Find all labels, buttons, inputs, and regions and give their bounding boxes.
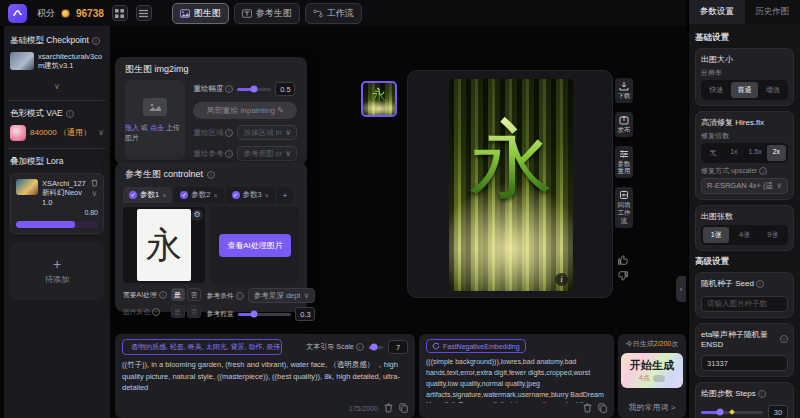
- tab-img2img[interactable]: 图生图: [172, 3, 229, 24]
- gear-icon[interactable]: ⚙: [191, 209, 203, 221]
- info-icon[interactable]: i: [759, 167, 767, 175]
- controlnet-tab-1[interactable]: ✓参数1×: [123, 187, 172, 203]
- count-option-9[interactable]: 9张: [760, 227, 786, 243]
- close-icon[interactable]: ×: [265, 192, 269, 199]
- invert-toggle[interactable]: 是否: [171, 305, 201, 318]
- info-icon[interactable]: i: [758, 390, 766, 398]
- resolution-option-normal[interactable]: 普通: [731, 82, 757, 98]
- info-icon[interactable]: i: [756, 280, 764, 288]
- menu-icon[interactable]: [136, 5, 152, 21]
- lora-weight-slider[interactable]: [16, 221, 98, 228]
- info-icon[interactable]: i: [356, 343, 364, 351]
- resolution-option-fast[interactable]: 快速: [703, 82, 729, 98]
- cfg-scale-slider[interactable]: [369, 346, 383, 349]
- ref-degree-slider[interactable]: [238, 313, 292, 316]
- generated-image[interactable]: 永 i: [449, 79, 573, 291]
- backfill-workflow-button[interactable]: 回填工作流: [615, 187, 633, 227]
- tab-history[interactable]: 历史作图: [745, 0, 800, 24]
- negative-embedding-pill[interactable]: FastNegativeEmbedding: [426, 339, 526, 353]
- denoise-slider[interactable]: [237, 88, 271, 91]
- info-icon[interactable]: i: [207, 171, 215, 179]
- steps-slider[interactable]: [701, 411, 763, 414]
- count-option-1[interactable]: 1张: [703, 227, 729, 243]
- ref-degree-value[interactable]: 0.3: [295, 307, 315, 321]
- controlnet-tab-2[interactable]: ✓参数2×: [174, 187, 223, 203]
- chevron-down-icon[interactable]: ∨: [92, 190, 98, 198]
- control-image-box[interactable]: 永 ⚙: [123, 207, 205, 283]
- close-icon[interactable]: ×: [162, 192, 166, 199]
- controlnet-tabs: ✓参数1× ✓参数2× ✓参数3× +: [115, 187, 307, 203]
- hires-option-1-5x[interactable]: 1.5x: [746, 145, 765, 161]
- refresh-icon[interactable]: [432, 342, 440, 350]
- image-icon: [180, 9, 190, 18]
- copy-icon[interactable]: [598, 403, 607, 413]
- trash-icon[interactable]: [91, 179, 98, 187]
- app-root: 积分 96738 图生图 参考生图 工作流 基础模型 Checkp: [0, 0, 800, 418]
- add-lora-button[interactable]: + 待添加: [10, 242, 104, 300]
- workflow-icon: [313, 9, 323, 18]
- trash-icon[interactable]: [384, 403, 393, 413]
- ensd-input[interactable]: [701, 355, 788, 371]
- thumbs-up-icon[interactable]: [617, 254, 629, 265]
- denoise-label: 重绘幅度i: [193, 84, 233, 94]
- publish-button[interactable]: 发布: [615, 112, 633, 137]
- inpainting-button[interactable]: 局部重绘 inpainting ✎: [193, 102, 297, 119]
- image-info-icon[interactable]: i: [555, 273, 568, 286]
- vae-select-row[interactable]: 840000 （通用） ∨: [10, 125, 104, 141]
- steps-value[interactable]: 30: [768, 405, 788, 418]
- resolution-option-enhanced[interactable]: 增强: [760, 82, 786, 98]
- positive-prompt-input[interactable]: ((竹子)), in a blooming garden, (fresh and…: [122, 359, 408, 403]
- prompt-translate-pill[interactable]: 透明的质感, 轻盈, 唯美, 太阳光, 背景, 动作, 最佳质量: [122, 339, 282, 355]
- info-icon[interactable]: i: [159, 291, 167, 299]
- steps-default-tick: [729, 409, 735, 415]
- common-words-link[interactable]: 我的常用词 >: [629, 402, 676, 413]
- hires-option-1x[interactable]: 1x: [724, 145, 743, 161]
- info-icon[interactable]: i: [92, 37, 100, 45]
- info-icon[interactable]: i: [66, 110, 74, 118]
- thumbs-down-icon[interactable]: [617, 271, 629, 282]
- count-option-4[interactable]: 4张: [731, 227, 757, 243]
- panel-collapse-handle[interactable]: ‹: [676, 276, 686, 302]
- cfg-scale-value[interactable]: 7: [388, 340, 408, 354]
- redraw-ref-select[interactable]: 参考原图 or∨: [237, 146, 297, 161]
- redraw-area-select[interactable]: 涂抹区域 In∨: [237, 125, 297, 140]
- info-icon[interactable]: i: [225, 85, 233, 93]
- grid-view-icon[interactable]: [112, 5, 128, 21]
- controlnet-tab-add[interactable]: +: [277, 187, 293, 203]
- info-icon[interactable]: i: [236, 292, 244, 300]
- lora-section-title: 叠加模型 Lora: [10, 156, 63, 168]
- reuse-params-button[interactable]: 参数重用: [615, 146, 633, 179]
- upscaler-select[interactable]: R-ESRGAN 4x+ (适合多种风∨: [701, 178, 788, 194]
- close-icon[interactable]: ×: [213, 192, 217, 199]
- generate-label: 开始生成: [630, 358, 674, 373]
- result-thumbnail[interactable]: 永: [361, 81, 397, 117]
- denoise-value[interactable]: 0.5: [275, 82, 295, 96]
- hires-option-2x[interactable]: 2x: [767, 145, 786, 161]
- ref-cond-label: 参考条件i: [207, 291, 244, 301]
- trash-icon[interactable]: [583, 403, 592, 413]
- hires-fix-card: 高清修复 Hires.fix 修复倍数 无 1x 1.5x 2x 修复方式 up…: [695, 111, 794, 200]
- tab-parameters[interactable]: 参数设置: [689, 0, 745, 24]
- cost-pill-icon: [653, 375, 665, 382]
- app-logo-icon[interactable]: [8, 4, 27, 23]
- start-generate-button[interactable]: 开始生成 4点: [621, 353, 683, 388]
- hires-option-none[interactable]: 无: [703, 145, 722, 161]
- view-ai-image-button[interactable]: 查看AI处理图片: [219, 234, 291, 257]
- control-image: 永: [137, 209, 191, 281]
- lora-model-row[interactable]: XSArchi_127新科幻Neov1.0 ∨: [16, 179, 98, 207]
- seed-input[interactable]: [701, 296, 788, 312]
- negative-prompt-input[interactable]: (((simple background))),lowres,bad anato…: [426, 357, 607, 403]
- image-upload-dropzone[interactable]: 拖入 或 点击 上传图片: [125, 80, 185, 160]
- copy-icon[interactable]: [399, 403, 408, 413]
- ref-cond-select[interactable]: 参考景深 dept∨: [248, 288, 316, 303]
- info-icon[interactable]: i: [780, 335, 788, 343]
- controlnet-tab-3[interactable]: ✓参数3×: [226, 187, 275, 203]
- download-button[interactable]: 下载: [615, 78, 633, 103]
- image-count-segmented: 1张 4张 9张: [701, 225, 788, 245]
- need-ai-toggle[interactable]: 是否: [171, 288, 201, 301]
- checkpoint-expand[interactable]: ∨: [10, 75, 104, 93]
- steps-card: 绘图步数 Stepsi 30 50 100: [695, 382, 794, 418]
- tab-reference[interactable]: 参考生图: [234, 3, 300, 24]
- tab-workflow[interactable]: 工作流: [305, 3, 362, 24]
- checkpoint-model-row[interactable]: xsarchitecturalv3com建筑v3.1: [10, 52, 104, 71]
